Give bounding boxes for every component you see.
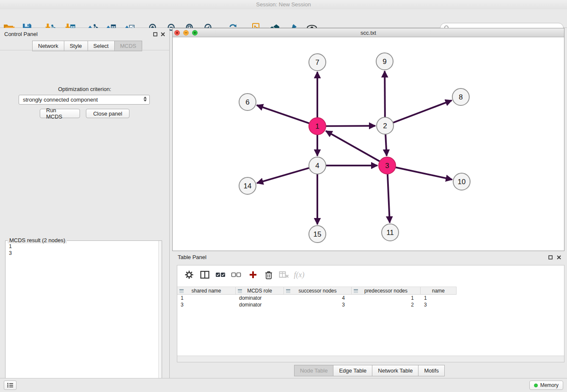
float-table-panel-button[interactable] <box>548 254 553 260</box>
column-header-icon <box>179 289 184 293</box>
graph-edge-2-3[interactable] <box>385 134 387 156</box>
float-window-icon <box>548 255 553 259</box>
table-header-row: shared name MCDS role successor nodes pr… <box>177 287 457 295</box>
table-cell: 3 <box>177 301 236 308</box>
table-cell: 3 <box>421 301 457 308</box>
trash-icon <box>264 270 273 279</box>
control-panel-title: Control Panel <box>4 31 38 37</box>
table-cell: dominator <box>236 301 284 308</box>
dropdown-stepper-icon <box>143 97 147 102</box>
network-canvas[interactable]: 7968124314101511 <box>173 37 564 251</box>
zoom-window-button[interactable] <box>192 30 198 36</box>
table-row[interactable]: 3dominator323 <box>177 301 564 308</box>
column-header-predecessor-nodes[interactable]: predecessor nodes <box>352 287 421 294</box>
graph-node-label-6: 6 <box>245 98 249 106</box>
graph-edge-3-1[interactable] <box>326 131 380 161</box>
table-cell: 2 <box>352 301 421 308</box>
column-header-shared-name[interactable]: shared name <box>177 287 236 294</box>
tab-network-table[interactable]: Network Table <box>372 365 418 376</box>
graph-node-label-14: 14 <box>244 182 252 190</box>
graph-node-label-3: 3 <box>385 162 389 170</box>
table-cell: 3 <box>284 301 352 308</box>
mcds-result-item[interactable]: 1 <box>6 243 157 250</box>
tab-motifs[interactable]: Motifs <box>418 365 445 376</box>
table-horizontal-scrollbar[interactable] <box>177 356 564 362</box>
plus-icon <box>193 31 196 34</box>
column-header-label: shared name <box>191 288 221 294</box>
result-scrollbar[interactable] <box>158 241 162 392</box>
table-cell: 1 <box>352 295 421 301</box>
add-column-button[interactable] <box>247 269 259 280</box>
node-table-container: f(x) shared name MCDS role successor nod… <box>177 265 564 362</box>
delete-table-button <box>278 269 290 280</box>
graph-node-label-8: 8 <box>459 93 462 101</box>
mcds-result-box: MCDS result (2 nodes) 13 <box>5 237 162 392</box>
run-mcds-button[interactable]: Run MCDS <box>40 109 80 118</box>
table-cell: 4 <box>284 295 352 301</box>
graph-edge-3-10[interactable] <box>396 167 452 179</box>
mcds-result-item[interactable]: 3 <box>6 250 157 257</box>
column-header-icon <box>286 289 291 293</box>
minimize-icon <box>184 31 187 34</box>
column-header-name[interactable]: name <box>421 287 457 294</box>
graph-node-label-11: 11 <box>386 229 394 237</box>
window-title: Session: New Session <box>256 1 311 8</box>
column-header-label: predecessor nodes <box>364 288 407 294</box>
task-history-button[interactable] <box>4 381 17 390</box>
function-builder-button: f(x) <box>292 269 307 280</box>
graph-node-label-2: 2 <box>383 122 387 130</box>
graph-node-label-7: 7 <box>315 58 319 66</box>
graph-edge-3-11[interactable] <box>388 174 390 223</box>
minimize-window-button[interactable] <box>183 30 189 36</box>
table-panel-title: Table Panel <box>178 254 206 260</box>
window-titlebar: Session: New Session <box>0 0 567 9</box>
column-header-icon <box>353 289 358 293</box>
status-bar: Memory <box>0 378 567 392</box>
memory-button[interactable]: Memory <box>529 381 563 390</box>
graph-edge-2-9[interactable] <box>385 71 385 117</box>
table-cell: 1 <box>177 295 236 301</box>
close-window-button[interactable] <box>174 30 180 36</box>
column-header-mcds-role[interactable]: MCDS role <box>236 287 284 294</box>
columns-icon <box>200 271 209 279</box>
network-window-titlebar[interactable]: scc.txt <box>173 28 564 37</box>
graph-node-label-4: 4 <box>315 162 319 170</box>
control-panel-header: Control Panel <box>0 28 169 40</box>
network-window-title: scc.txt <box>361 30 376 36</box>
delete-table-icon <box>279 271 289 279</box>
criterion-dropdown[interactable]: strongly connected component <box>19 95 150 105</box>
table-body: 1dominator4113dominator323 <box>177 295 564 308</box>
table-panel-header: Table Panel <box>172 251 567 263</box>
tab-edge-table[interactable]: Edge Table <box>333 365 372 376</box>
graph-edge-4-14[interactable] <box>257 168 309 183</box>
column-header-successor-nodes[interactable]: successor nodes <box>284 287 352 294</box>
graph-edge-2-8[interactable] <box>393 100 452 123</box>
main-toolbar <box>0 9 567 28</box>
criterion-dropdown-value: strongly connected component <box>23 97 98 103</box>
show-columns-button[interactable] <box>199 269 211 280</box>
deselect-all-button[interactable] <box>230 269 242 280</box>
memory-status-icon <box>534 384 538 387</box>
table-settings-button[interactable] <box>183 269 195 280</box>
table-cell: dominator <box>236 295 284 301</box>
graph-node-label-1: 1 <box>315 122 319 130</box>
close-panel-button[interactable] <box>160 31 166 37</box>
tab-node-table[interactable]: Node Table <box>294 365 334 376</box>
deselect-all-icon <box>231 271 241 279</box>
delete-column-button[interactable] <box>263 269 275 280</box>
list-icon <box>7 382 14 388</box>
mcds-result-list: 13 <box>5 240 162 392</box>
network-view-window: scc.txt 7968124314101511 <box>172 28 564 251</box>
float-panel-button[interactable] <box>152 31 158 37</box>
graph-node-label-9: 9 <box>383 58 386 66</box>
select-all-button[interactable] <box>215 269 226 280</box>
select-all-icon <box>215 271 226 279</box>
column-header-label: name <box>432 288 445 294</box>
close-panel-button-secondary[interactable]: Close panel <box>86 109 129 118</box>
graph-edge-1-6[interactable] <box>257 105 309 124</box>
graph-edge-1-2[interactable] <box>326 126 375 126</box>
close-table-panel-button[interactable] <box>556 254 562 260</box>
table-row[interactable]: 1dominator411 <box>177 295 564 301</box>
table-toolbar: f(x) <box>177 265 564 283</box>
column-header-label: successor nodes <box>298 288 336 294</box>
